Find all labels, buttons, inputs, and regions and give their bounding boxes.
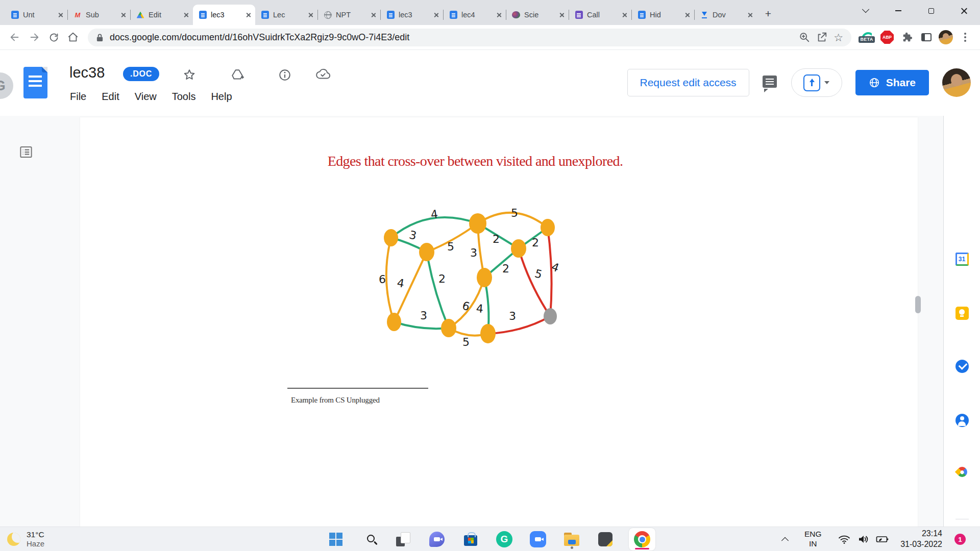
edge-weight-label: 5 (533, 267, 544, 281)
star-document-icon[interactable] (183, 68, 196, 84)
tab-close-icon[interactable] (370, 11, 377, 19)
browser-tab[interactable]: NPT (318, 5, 380, 25)
back-icon[interactable] (6, 29, 23, 46)
contacts-icon[interactable] (955, 414, 969, 427)
tab-label: Dov (713, 11, 742, 19)
edge-weight-label: 2 (502, 262, 509, 275)
browser-tab[interactable]: Sub (68, 5, 130, 25)
share-button[interactable]: Share (855, 70, 929, 95)
document-outline-icon[interactable] (18, 144, 34, 162)
tab-close-icon[interactable] (558, 11, 566, 19)
tab-close-icon[interactable] (307, 11, 314, 19)
google-docs-logo-icon[interactable] (23, 67, 47, 98)
account-avatar[interactable] (942, 68, 971, 97)
zoom-app-icon[interactable] (528, 529, 548, 549)
document-scrollbar[interactable] (915, 296, 921, 313)
grammarly-widget-icon[interactable]: G (0, 72, 13, 99)
teams-chat-icon[interactable] (427, 529, 447, 549)
document-status-info-icon[interactable] (278, 68, 291, 84)
tab-label: Hid (650, 11, 679, 19)
browser-tab[interactable]: lec4 (444, 5, 506, 25)
minimize-button[interactable] (882, 0, 915, 21)
grammarly-app-icon[interactable] (494, 529, 514, 549)
tab-close-icon[interactable] (746, 11, 754, 19)
task-view-icon[interactable] (393, 529, 413, 549)
comment-history-icon[interactable] (763, 76, 778, 90)
side-panel-icon[interactable] (918, 29, 935, 46)
taskbar-clock[interactable]: 23:14 31-03-2022 (900, 527, 942, 551)
file-explorer-icon[interactable] (561, 529, 582, 549)
browser-tab-active[interactable]: lec3 (193, 5, 255, 25)
taskbar-weather-widget[interactable]: 31°C Haze (7, 527, 44, 551)
add-shortcut-drive-icon[interactable] (231, 68, 245, 84)
moon-weather-icon (7, 533, 20, 546)
browser-profile-avatar[interactable] (937, 29, 954, 46)
drive-favicon-icon (136, 11, 144, 19)
maps-icon[interactable] (957, 467, 967, 477)
chrome-taskbar-icon[interactable] (629, 528, 655, 550)
tab-close-icon[interactable] (683, 11, 691, 19)
browser-tab[interactable]: lec3 (381, 5, 443, 25)
browser-tab[interactable]: Scie (506, 5, 569, 25)
new-tab-button[interactable]: + (761, 7, 775, 21)
address-bar[interactable]: docs.google.com/document/d/16ohVSuidrkTc… (88, 29, 851, 46)
bookmark-star-icon[interactable]: ☆ (834, 32, 843, 43)
request-edit-access-button[interactable]: Request edit access (627, 69, 749, 96)
volume-icon[interactable] (857, 527, 870, 551)
menu-edit[interactable]: Edit (102, 91, 119, 103)
adblock-plus-extension-icon[interactable]: ABP (878, 31, 896, 44)
maximize-button[interactable] (915, 0, 947, 21)
wifi-icon[interactable] (838, 527, 850, 551)
tab-close-icon[interactable] (119, 11, 127, 19)
tab-close-icon[interactable] (432, 11, 440, 19)
extensions-puzzle-icon[interactable] (898, 29, 916, 46)
menu-view[interactable]: View (135, 91, 157, 103)
battery-saver-icon[interactable] (876, 527, 889, 551)
start-button[interactable] (326, 529, 346, 549)
browser-menu-kebab-icon[interactable] (957, 29, 974, 46)
lock-icon[interactable] (96, 33, 104, 42)
menu-tools[interactable]: Tools (172, 91, 196, 103)
tab-label: lec3 (399, 11, 428, 19)
tray-chevron-up-icon[interactable] (782, 527, 788, 551)
graph-edge (386, 238, 394, 322)
home-icon[interactable] (64, 29, 82, 46)
menu-help[interactable]: Help (211, 91, 232, 103)
tab-search-chevron-icon[interactable] (849, 0, 882, 21)
cloud-saved-icon[interactable] (315, 68, 331, 83)
notepad-dark-icon[interactable] (595, 529, 616, 549)
calendar-icon[interactable]: 31 (955, 253, 969, 266)
tab-close-icon[interactable] (57, 11, 64, 19)
keep-icon[interactable] (955, 307, 969, 320)
tab-close-icon[interactable] (621, 11, 628, 19)
browser-tab[interactable]: Edit (131, 5, 193, 25)
edge-weight-label: 4 (476, 302, 484, 315)
forward-icon[interactable] (26, 29, 43, 46)
tab-close-icon[interactable] (244, 11, 252, 19)
url-text[interactable]: docs.google.com/document/d/16ohVSuidrkTc… (110, 32, 793, 43)
taskbar-search-icon[interactable] (359, 529, 380, 549)
menu-file[interactable]: File (70, 91, 86, 103)
close-window-button[interactable] (947, 0, 980, 21)
share-page-icon[interactable] (816, 32, 827, 43)
notification-badge[interactable]: 1 (954, 527, 966, 551)
browser-tab[interactable]: Lec (255, 5, 317, 25)
grammarly-extension-icon[interactable]: BETA (857, 32, 876, 43)
graph-node (511, 239, 526, 258)
browser-tab[interactable]: Dov (695, 5, 757, 25)
language-switcher[interactable]: ENG IN (804, 527, 822, 551)
browser-tab[interactable]: Call (569, 5, 631, 25)
document-title[interactable]: lec38 (69, 64, 105, 81)
browser-tab[interactable]: Hid (632, 5, 694, 25)
microsoft-store-icon[interactable] (460, 529, 481, 549)
browser-tab[interactable]: Unt (5, 5, 67, 25)
tab-close-icon[interactable] (182, 11, 190, 19)
tab-close-icon[interactable] (495, 11, 503, 19)
mode-switch-button[interactable] (791, 68, 842, 97)
zoom-page-icon[interactable] (799, 32, 810, 43)
present-upload-icon (803, 74, 820, 91)
tasks-icon[interactable] (955, 360, 969, 373)
figure-caption: Example from CS Unplugged (291, 396, 380, 405)
reload-icon[interactable] (45, 29, 62, 46)
edge-weight-label: 6 (379, 273, 386, 286)
